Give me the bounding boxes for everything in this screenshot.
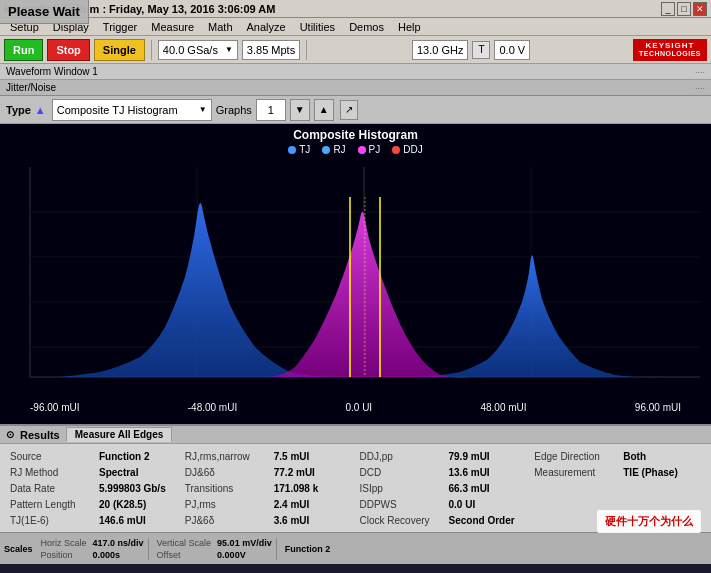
result-isi-pp: ISIpp 66.3 mUI <box>360 480 527 496</box>
result-edge-direction: Edge Direction Both <box>534 448 701 464</box>
legend-pj: PJ <box>358 144 381 155</box>
graphs-count: 1 <box>256 99 286 121</box>
x-label-neg48: -48.00 mUI <box>188 402 237 413</box>
stop-button[interactable]: Stop <box>47 39 89 61</box>
results-icon: ⊙ <box>6 429 14 440</box>
type-dropdown[interactable]: Composite TJ Histogram ▼ <box>52 99 212 121</box>
result-pj-rms: PJ,rms 2.4 mUI <box>185 496 352 512</box>
result-pj-6delta: PJ&6δ 3.6 mUI <box>185 512 352 528</box>
toolbar: Run Stop Single 40.0 GSa/s ▼ 3.85 Mpts 1… <box>0 36 711 64</box>
waveform-window-label: Waveform Window 1 <box>6 66 98 77</box>
separator-2 <box>306 40 307 60</box>
legend-tj: TJ <box>288 144 310 155</box>
vert-scale-values: 95.01 mV/div 0.000V <box>217 538 272 560</box>
resize-handle[interactable]: ···· <box>695 67 705 77</box>
menu-math[interactable]: Math <box>202 20 238 34</box>
status-bar: Waveform Window 1 ···· <box>0 64 711 80</box>
keysight-logo: KEYSIGHT TECHNOLOGIES <box>633 39 707 61</box>
separator-1 <box>151 40 152 60</box>
results-col-2: RJ,rms,narrow 7.5 mUI DJ&6δ 77.2 mUI Tra… <box>181 448 356 528</box>
result-measurement: Measurement TIE (Phase) <box>534 464 701 480</box>
results-label: Results <box>20 429 60 441</box>
legend-rj: RJ <box>322 144 345 155</box>
legend-tj-dot <box>288 146 296 154</box>
please-wait-overlay: Please Wait <box>0 0 89 24</box>
graphs-label: Graphs <box>216 104 252 116</box>
voltage-field[interactable]: 0.0 V <box>494 40 530 60</box>
freq-t-button[interactable]: T <box>472 41 490 59</box>
jitter-noise-bar: Jitter/Noise ···· <box>0 80 711 96</box>
expand-button[interactable]: ↗ <box>340 100 358 120</box>
please-wait-text: Please Wait <box>8 4 80 19</box>
results-header: ⊙ Results Measure All Edges <box>0 426 711 444</box>
result-ddj-pp: DDJ,pp 79.9 mUI <box>360 448 527 464</box>
result-transitions: Transitions 171.098 k <box>185 480 352 496</box>
run-button[interactable]: Run <box>4 39 43 61</box>
histogram-icon: ▲ <box>35 104 46 116</box>
result-rj-method: RJ Method Spectral <box>10 464 177 480</box>
type-label: Type <box>6 104 31 116</box>
jitter-noise-label: Jitter/Noise <box>6 82 56 93</box>
x-label-pos96: 96.00 mUI <box>635 402 681 413</box>
mem-depth-field[interactable]: 3.85 Mpts <box>242 40 300 60</box>
result-source: Source Function 2 <box>10 448 177 464</box>
channel-info: Function 2 <box>285 544 331 554</box>
menu-trigger[interactable]: Trigger <box>97 20 143 34</box>
minimize-button[interactable]: _ <box>661 2 675 16</box>
measure-all-edges-tab[interactable]: Measure All Edges <box>66 427 173 442</box>
legend-ddj: DDJ <box>392 144 422 155</box>
vert-info: Vertical Scale Offset 95.01 mV/div 0.000… <box>157 538 277 560</box>
vert-scale-col: Vertical Scale Offset <box>157 538 212 560</box>
horiz-info: Horiz Scale Position 417.0 ns/div 0.000s <box>41 538 149 560</box>
result-tj: TJ(1E-6) 146.6 mUI <box>10 512 177 528</box>
scales-label: Scales <box>4 544 33 554</box>
menu-analyze[interactable]: Analyze <box>241 20 292 34</box>
chart-legend: TJ RJ PJ DDJ <box>0 142 711 157</box>
jitter-resize-handle[interactable]: ···· <box>695 83 705 93</box>
center-pj-curve <box>270 212 470 378</box>
window-controls: _ □ ✕ <box>661 2 707 16</box>
left-bell-curve <box>60 203 340 377</box>
menu-help[interactable]: Help <box>392 20 427 34</box>
result-rj-rms: RJ,rms,narrow 7.5 mUI <box>185 448 352 464</box>
result-dj: DJ&6δ 77.2 mUI <box>185 464 352 480</box>
legend-rj-dot <box>322 146 330 154</box>
result-pattern-length: Pattern Length 20 (K28.5) <box>10 496 177 512</box>
legend-ddj-dot <box>392 146 400 154</box>
histogram-chart <box>0 157 711 397</box>
results-panel: ⊙ Results Measure All Edges Source Funct… <box>0 424 711 564</box>
results-col-3: DDJ,pp 79.9 mUI DCD 13.6 mUI ISIpp 66.3 … <box>356 448 531 528</box>
results-col-1: Source Function 2 RJ Method Spectral Dat… <box>6 448 181 528</box>
menu-bar: Setup Display Trigger Measure Math Analy… <box>0 18 711 36</box>
single-button[interactable]: Single <box>94 39 145 61</box>
right-bell-curve <box>420 255 700 377</box>
legend-pj-dot <box>358 146 366 154</box>
x-label-0: 0.0 UI <box>345 402 372 413</box>
results-footer: Scales Horiz Scale Position 417.0 ns/div… <box>0 532 711 564</box>
type-selection-bar: Type ▲ Composite TJ Histogram ▼ Graphs 1… <box>0 96 711 124</box>
result-clock-recovery: Clock Recovery Second Order <box>360 512 527 528</box>
close-button[interactable]: ✕ <box>693 2 707 16</box>
maximize-button[interactable]: □ <box>677 2 691 16</box>
chart-container: Composite Histogram TJ RJ PJ DDJ <box>0 124 711 424</box>
horiz-scale-values: 417.0 ns/div 0.000s <box>93 538 144 560</box>
result-data-rate: Data Rate 5.999803 Gb/s <box>10 480 177 496</box>
x-label-neg96: -96.00 mUI <box>30 402 79 413</box>
horiz-scale-col: Horiz Scale Position <box>41 538 87 560</box>
chart-title: Composite Histogram <box>0 124 711 142</box>
watermark: 硬件十万个为什么 <box>597 510 701 533</box>
sample-rate-field[interactable]: 40.0 GSa/s ▼ <box>158 40 238 60</box>
menu-measure[interactable]: Measure <box>145 20 200 34</box>
frequency-field[interactable]: 13.0 GHz <box>412 40 468 60</box>
graphs-down-button[interactable]: ▼ <box>290 99 310 121</box>
menu-utilities[interactable]: Utilities <box>294 20 341 34</box>
x-label-pos48: 48.00 mUI <box>480 402 526 413</box>
graphs-up-button[interactable]: ▲ <box>314 99 334 121</box>
title-bar: Keysight Infiniium : Friday, May 13, 201… <box>0 0 711 18</box>
result-dcd: DCD 13.6 mUI <box>360 464 527 480</box>
menu-demos[interactable]: Demos <box>343 20 390 34</box>
x-axis: -96.00 mUI -48.00 mUI 0.0 UI 48.00 mUI 9… <box>0 397 711 417</box>
result-ddpws: DDPWS 0.0 UI <box>360 496 527 512</box>
